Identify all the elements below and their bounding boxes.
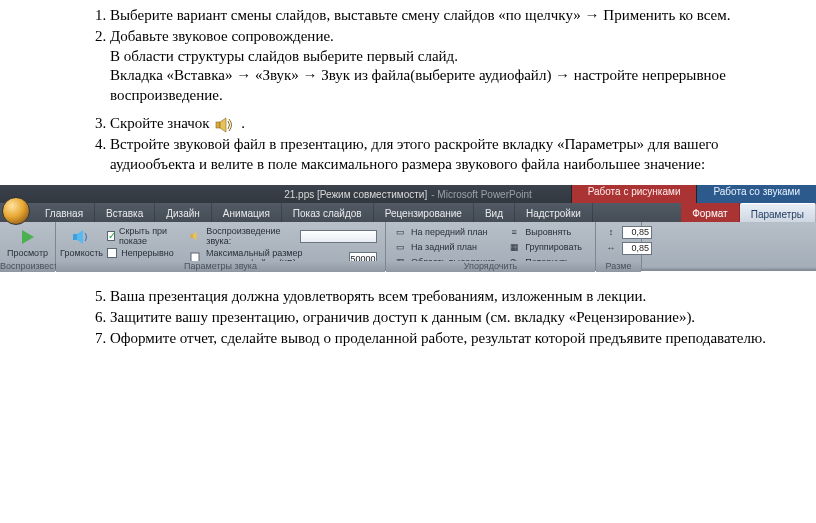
contextual-tab-labels: Работа с рисунками Работа со звуками	[571, 185, 816, 203]
ribbon-tabs: Главная Вставка Дизайн Анимация Показ сл…	[0, 203, 816, 222]
step-3: Скройте значок .	[110, 114, 774, 134]
title-bar: 21.pps [Режим совместимости] - Microsoft…	[0, 185, 816, 203]
send-back-icon: ▭	[393, 240, 407, 254]
step-6: Защитите вашу презентацию, ограничив дос…	[110, 308, 774, 328]
tab-slideshow[interactable]: Показ слайдов	[282, 203, 374, 222]
speaker-icon	[215, 116, 235, 134]
step-1: Выберите вариант смены слайдов, выставьт…	[110, 6, 774, 26]
instructions-bottom: Ваша презентация должна удовлетворять вс…	[0, 271, 816, 359]
checkbox-icon	[107, 248, 117, 258]
svg-marker-1	[220, 118, 226, 132]
ribbon-groups: Просмотр Воспроизвести Громкость	[0, 222, 816, 271]
tab-parameters[interactable]: Параметры	[740, 203, 816, 222]
volume-button[interactable]: Громкость	[60, 224, 103, 258]
preview-button[interactable]: Просмотр	[4, 224, 51, 258]
group-label-sound: Параметры звука	[56, 261, 385, 272]
group-sound-options: Громкость Скрыть при показе Непрерывно	[56, 222, 386, 271]
bring-front-icon: ▭	[393, 225, 407, 239]
svg-rect-5	[191, 235, 193, 239]
align-icon: ≡	[507, 225, 521, 239]
step-2: Добавьте звуковое сопровождение. В облас…	[110, 27, 774, 106]
step-4: Встройте звуковой файл в презентацию, дл…	[110, 135, 774, 175]
ctx-picture-tools: Работа с рисунками	[571, 185, 697, 203]
loop-checkbox[interactable]: Непрерывно	[107, 248, 176, 258]
group-label-size: Разме	[596, 261, 641, 272]
send-back-button[interactable]: ▭ На задний план	[393, 240, 495, 254]
svg-marker-2	[22, 230, 34, 244]
play-sound-row: Воспроизведение звука:	[190, 226, 377, 246]
svg-rect-3	[73, 234, 77, 240]
tab-view[interactable]: Вид	[474, 203, 515, 222]
group-icon: ▦	[507, 240, 521, 254]
height-spinner[interactable]: ↕ 0,85	[604, 225, 652, 239]
ctx-sound-tools: Работа со звуками	[696, 185, 816, 203]
hide-during-show-checkbox[interactable]: Скрыть при показе	[107, 226, 176, 246]
speaker-small-icon	[190, 229, 202, 243]
group-label-play: Воспроизвести	[0, 261, 55, 272]
tab-insert[interactable]: Вставка	[95, 203, 155, 222]
play-sound-combo[interactable]	[300, 230, 377, 243]
app-title: - Microsoft PowerPoint	[431, 189, 532, 200]
bring-front-button[interactable]: ▭ На передний план	[393, 225, 495, 239]
hide-loop-options: Скрыть при показе Непрерывно	[103, 224, 180, 260]
instructions-top: Выберите вариант смены слайдов, выставьт…	[0, 0, 816, 185]
office-button[interactable]	[2, 197, 30, 225]
tab-design[interactable]: Дизайн	[155, 203, 212, 222]
document-title: 21.pps [Режим совместимости]	[284, 189, 427, 200]
svg-rect-0	[216, 122, 220, 128]
tab-format[interactable]: Формат	[681, 203, 740, 222]
svg-marker-6	[193, 232, 197, 240]
group-play: Просмотр Воспроизвести	[0, 222, 56, 271]
align-button[interactable]: ≡ Выровнять	[507, 225, 582, 239]
powerpoint-ribbon-screenshot: 21.pps [Режим совместимости] - Microsoft…	[0, 185, 816, 271]
tab-animations[interactable]: Анимация	[212, 203, 282, 222]
group-label-arrange: Упорядочить	[386, 261, 595, 272]
tab-home[interactable]: Главная	[34, 203, 95, 222]
group-objects-button[interactable]: ▦ Группировать	[507, 240, 582, 254]
svg-marker-4	[77, 230, 83, 244]
group-size: ↕ 0,85 ↔ 0,85 Разме	[596, 222, 642, 271]
play-icon	[19, 226, 37, 248]
width-icon: ↔	[604, 241, 618, 255]
tab-addins[interactable]: Надстройки	[515, 203, 593, 222]
step-5: Ваша презентация должна удовлетворять вс…	[110, 287, 774, 307]
checkbox-checked-icon	[107, 231, 115, 241]
volume-icon	[72, 226, 92, 248]
height-icon: ↕	[604, 225, 618, 239]
tab-review[interactable]: Рецензирование	[374, 203, 474, 222]
step-7: Оформите отчет, сделайте вывод о продела…	[110, 329, 774, 349]
width-spinner[interactable]: ↔ 0,85	[604, 241, 652, 255]
group-arrange: ▭ На передний план ▭ На задний план ▥ Об…	[386, 222, 596, 271]
